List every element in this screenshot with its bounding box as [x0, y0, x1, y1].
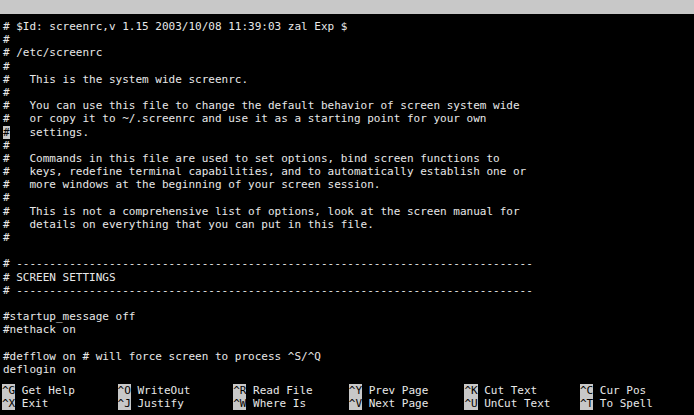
shortcut-cut-text: ^K Cut Text	[462, 384, 578, 397]
shortcut-key: ^T	[580, 397, 593, 410]
shortcut-key: ^X	[2, 397, 15, 410]
shortcut-key: ^G	[2, 384, 15, 397]
shortcut-read-file: ^R Read File	[231, 384, 347, 397]
editor-line: # or copy it to ~/.screenrc and use it a…	[3, 112, 694, 125]
editor-line: #	[3, 86, 694, 99]
shortcut-key: ^K	[464, 384, 477, 397]
editor-line: # /etc/screenrc	[3, 46, 694, 59]
editor-line: #	[3, 33, 694, 46]
editor-line: #	[3, 60, 694, 73]
editor-line	[3, 297, 694, 310]
shortcut-where-is: ^W Where Is	[231, 397, 347, 410]
shortcut-label: WriteOut	[131, 384, 191, 397]
shortcut-get-help: ^G Get Help	[0, 384, 116, 397]
editor-line: # $Id: screenrc,v 1.15 2003/10/08 11:39:…	[3, 20, 694, 33]
shortcut-key: ^V	[349, 397, 362, 410]
editor-line: #defflow on # will force screen to proce…	[3, 350, 694, 363]
editor-line: #	[3, 191, 694, 204]
shortcut-writeout: ^O WriteOut	[116, 384, 232, 397]
shortcut-key: ^U	[464, 397, 477, 410]
shortcut-label: Read File	[246, 384, 312, 397]
terminal-window[interactable]: GNU nano 2.2.6 File: screenrc Modified #…	[0, 0, 694, 415]
editor-line: # SCREEN SETTINGS	[3, 271, 694, 284]
editor-line: # Commands in this file are used to set …	[3, 152, 694, 165]
shortcut-key: ^C	[580, 384, 593, 397]
editor-line: #	[3, 139, 694, 152]
editor-line: # details on everything that you can put…	[3, 218, 694, 231]
editor-line: # --------------------------------------…	[3, 284, 694, 297]
editor-line	[3, 337, 694, 350]
shortcut-label: Cut Text	[478, 384, 538, 397]
shortcut-to-spell: ^T To Spell	[578, 397, 694, 410]
shortcut-label: Exit	[15, 397, 48, 410]
shortcut-key: ^O	[118, 384, 131, 397]
shortcut-key: ^W	[233, 397, 246, 410]
shortcut-prev-page: ^Y Prev Page	[347, 384, 463, 397]
shortcut-label: UnCut Text	[478, 397, 551, 410]
shortcut-label: Where Is	[246, 397, 306, 410]
nano-title-bar: GNU nano 2.2.6 File: screenrc Modified	[0, 0, 694, 14]
editor-line: # --------------------------------------…	[3, 257, 694, 270]
shortcut-key: ^Y	[349, 384, 362, 397]
editor-line: #startup_message off	[3, 310, 694, 323]
shortcut-next-page: ^V Next Page	[347, 397, 463, 410]
editor-line: # This is not a comprehensive list of op…	[3, 205, 694, 218]
shortcut-label: Justify	[131, 397, 184, 410]
shortcut-label: Get Help	[15, 384, 75, 397]
shortcut-exit: ^X Exit	[0, 397, 116, 410]
editor-line	[3, 244, 694, 257]
shortcut-cur-pos: ^C Cur Pos	[578, 384, 694, 397]
shortcut-bar: ^G Get Help^O WriteOut^R Read File^Y Pre…	[0, 384, 694, 410]
shortcut-justify: ^J Justify	[116, 397, 232, 410]
shortcut-label: Next Page	[362, 397, 428, 410]
shortcut-label: Cur Pos	[593, 384, 646, 397]
shortcut-row: ^X Exit^J Justify^W Where Is^V Next Page…	[0, 397, 694, 410]
shortcut-key: ^R	[233, 384, 246, 397]
shortcut-key: ^J	[118, 397, 131, 410]
editor-line: # keys, redefine terminal capabilities, …	[3, 165, 694, 178]
editor-line: # settings.	[3, 126, 694, 139]
text-cursor: #	[3, 126, 10, 139]
shortcut-uncut-text: ^U UnCut Text	[462, 397, 578, 410]
editor-area[interactable]: # $Id: screenrc,v 1.15 2003/10/08 11:39:…	[3, 20, 694, 376]
shortcut-label: Prev Page	[362, 384, 428, 397]
editor-line: # more windows at the beginning of your …	[3, 178, 694, 191]
editor-line: deflogin on	[3, 363, 694, 376]
editor-line: #nethack on	[3, 323, 694, 336]
editor-line: # You can use this file to change the de…	[3, 99, 694, 112]
shortcut-label: To Spell	[593, 397, 653, 410]
editor-line: #	[3, 231, 694, 244]
shortcut-row: ^G Get Help^O WriteOut^R Read File^Y Pre…	[0, 384, 694, 397]
editor-line: # This is the system wide screenrc.	[3, 73, 694, 86]
